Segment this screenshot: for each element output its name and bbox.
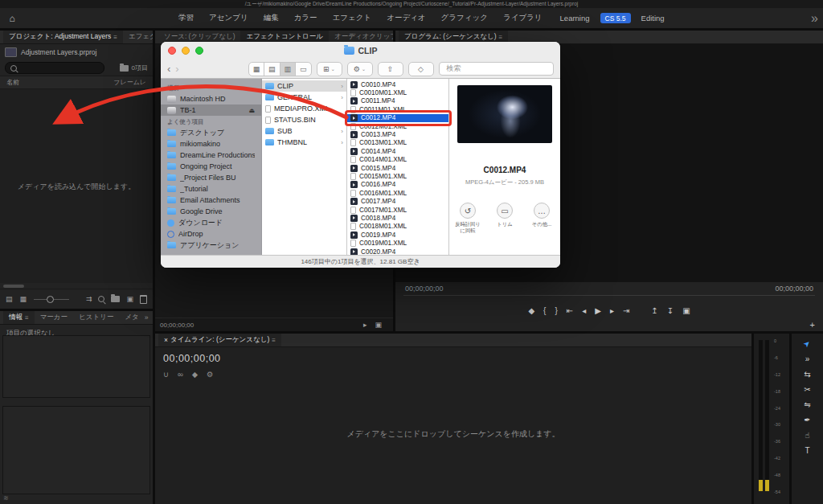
folder-row[interactable]: GENERAL› — [262, 92, 346, 103]
panel-overflow-chevron[interactable]: » — [145, 313, 153, 322]
folder-row[interactable]: STATUS.BIN — [262, 114, 346, 125]
type-tool[interactable]: T — [805, 447, 809, 455]
panel-menu-icon[interactable]: ≡ — [25, 314, 29, 322]
action-menu-button[interactable]: ⚙ ⌄ — [347, 62, 373, 76]
cs55-badge[interactable]: CS 5.5 — [600, 13, 631, 23]
workspace-tab-1[interactable]: アセンブリ — [209, 13, 248, 23]
folder-row[interactable]: SUB› — [262, 125, 346, 137]
file-row[interactable]: C0016M01.XML — [347, 189, 448, 197]
close-window-button[interactable] — [168, 47, 176, 55]
icon-view-icon[interactable]: ▦ — [20, 295, 27, 303]
hscrollbar-thumb[interactable] — [3, 285, 24, 288]
snap-icon[interactable]: ∪ — [163, 370, 169, 379]
new-item-icon[interactable]: ▣ — [126, 295, 133, 303]
selection-tool[interactable]: ➤ — [802, 338, 813, 349]
forward-button[interactable]: › — [175, 64, 178, 74]
file-row[interactable]: C0014M01.XML — [347, 156, 448, 164]
track-select-tool[interactable]: » — [805, 355, 810, 363]
tab-markers[interactable]: マーカー — [35, 311, 73, 324]
rotate-ccw-button[interactable]: ↺反時計回りに回転 — [453, 203, 482, 234]
file-row[interactable]: C0015M01.XML — [347, 172, 448, 180]
more-button[interactable]: …その他... — [527, 203, 556, 234]
sidebar-item[interactable]: デスクトップ — [161, 127, 261, 138]
add-marker-icon[interactable]: ◆ — [528, 306, 534, 315]
sidebar-item[interactable]: DreamLine Productions — [161, 150, 261, 161]
workspace-tab-editing[interactable]: Editing — [641, 14, 665, 23]
eject-icon[interactable]: ⏏ — [248, 107, 255, 114]
file-row[interactable]: C0011.MP4 — [347, 97, 448, 105]
project-bin-area[interactable]: メディアを読み込んで開始します。 — [0, 89, 153, 283]
hand-tool[interactable]: ☝ — [805, 432, 809, 440]
file-row[interactable]: C0010M01.XML — [347, 88, 448, 96]
go-to-in-icon[interactable]: ⇤ — [567, 306, 573, 315]
lift-icon[interactable]: ↥ — [651, 306, 657, 315]
sidebar-item[interactable]: Google Drive — [161, 206, 261, 217]
sidebar-item[interactable]: mikiomakino — [161, 138, 261, 150]
column-name-header[interactable]: 名前 — [6, 78, 19, 87]
file-row[interactable]: C0015.MP4 — [347, 164, 448, 172]
workspace-tab-0[interactable]: 学習 — [178, 13, 194, 23]
panel-grip-icon[interactable]: ≋ — [3, 494, 9, 502]
file-row[interactable]: C0010.MP4 — [347, 80, 448, 88]
add-marker-icon[interactable]: ◆ — [192, 370, 198, 379]
sidebar-item[interactable]: AirDrop — [161, 228, 261, 240]
ripple-edit-tool[interactable]: ⇆ — [804, 371, 810, 379]
workspace-tab-5[interactable]: オーディオ — [387, 13, 425, 23]
project-file-row[interactable]: Adjustment Layers.prproj — [0, 44, 153, 60]
timeline-settings-wrench-icon[interactable]: ⚙ — [207, 370, 214, 379]
project-search-input[interactable] — [5, 62, 104, 74]
file-row[interactable]: C0014.MP4 — [347, 147, 448, 155]
find-icon[interactable] — [98, 296, 104, 302]
close-icon[interactable]: × — [164, 336, 168, 344]
zoom-window-button[interactable] — [195, 47, 203, 55]
sidebar-item[interactable]: TB-1⏏ — [161, 104, 261, 116]
new-bin-icon[interactable] — [111, 296, 120, 302]
tab-effects[interactable]: エフェクト — [123, 31, 153, 43]
workspace-tab-learning[interactable]: Learning — [560, 14, 590, 23]
button-editor-plus[interactable]: + — [810, 320, 815, 330]
sidebar-item[interactable]: アプリケーション — [161, 240, 261, 251]
file-row[interactable]: C0017.MP4 — [347, 197, 448, 205]
file-row[interactable]: C0013.MP4 — [347, 130, 448, 138]
list-view-button[interactable]: ▤ — [264, 63, 280, 76]
program-scrubber[interactable] — [403, 295, 815, 301]
file-row[interactable]: C0013M01.XML — [347, 139, 448, 147]
extract-icon[interactable]: ↧ — [667, 306, 674, 315]
workspace-tab-4[interactable]: エフェクト — [333, 13, 372, 23]
step-back-icon[interactable]: ◂ — [582, 306, 586, 315]
file-row[interactable]: C0019M01.XML — [347, 239, 448, 247]
workspace-tab-3[interactable]: カラー — [294, 13, 317, 23]
group-button[interactable]: ⊞ ⌄ — [317, 62, 342, 76]
sidebar-item[interactable]: Ongoing Project — [161, 161, 261, 172]
finder-search-input[interactable]: 検索 — [439, 62, 554, 76]
source-play-icon[interactable]: ▸ — [363, 321, 367, 329]
timeline-timecode[interactable]: 00;00;00;00 — [163, 353, 751, 364]
folder-row[interactable]: CLIP› — [262, 80, 346, 92]
zoom-slider[interactable] — [34, 299, 69, 300]
share-button[interactable]: ⇧ — [378, 62, 403, 76]
file-row[interactable]: C0016.MP4 — [347, 181, 448, 189]
workspace-tab-7[interactable]: ライブラリ — [503, 13, 543, 23]
file-row[interactable]: C0019.MP4 — [347, 231, 448, 239]
go-to-out-icon[interactable]: ⇥ — [623, 306, 629, 315]
zoom-slider-knob[interactable] — [47, 296, 54, 303]
workspace-tab-2[interactable]: 編集 — [264, 13, 279, 23]
tab-info[interactable]: 情報 ≡ — [3, 311, 35, 324]
linked-selection-icon[interactable]: ∞ — [178, 370, 183, 379]
icon-view-button[interactable]: ▦ — [249, 63, 264, 76]
slip-tool[interactable]: ⇋ — [804, 401, 810, 409]
mark-out-icon[interactable]: } — [555, 306, 557, 315]
export-frame-icon[interactable]: ▣ — [682, 306, 690, 315]
tab-history[interactable]: ヒストリー — [73, 311, 119, 324]
workspace-tab-6[interactable]: グラフィック — [441, 13, 488, 23]
sidebar-item[interactable]: Email Attachments — [161, 195, 261, 206]
panel-menu-icon[interactable]: ≡ — [113, 34, 117, 41]
timeline-track-area[interactable]: メディアをここにドロップしてシーケンスを作成します。 — [155, 379, 751, 504]
pen-tool[interactable]: ✒ — [804, 416, 810, 424]
workspace-overflow-chevron[interactable]: » — [811, 11, 823, 26]
tags-button[interactable]: ◇ — [408, 62, 434, 76]
finder-title-bar[interactable]: CLIP — [161, 42, 560, 59]
step-forward-icon[interactable]: ▸ — [610, 306, 614, 315]
panel-menu-icon[interactable]: ≡ — [272, 337, 276, 344]
sidebar-item[interactable]: _Tutorial — [161, 183, 261, 195]
